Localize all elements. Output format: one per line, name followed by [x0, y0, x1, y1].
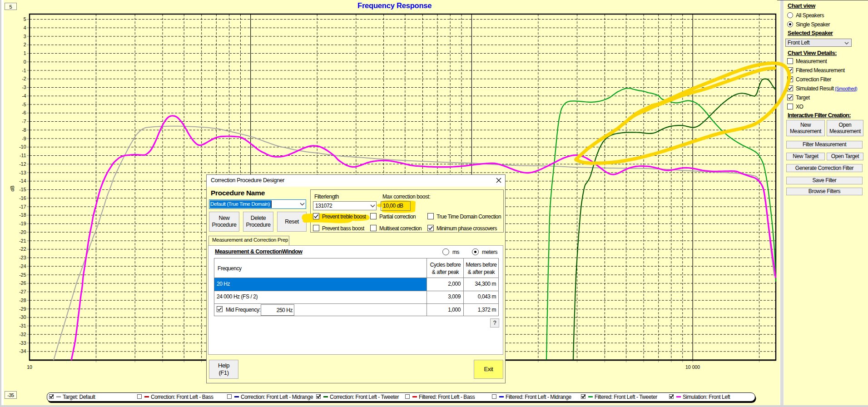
svg-text:-32: -32 — [19, 332, 26, 337]
svg-text:10 000: 10 000 — [685, 364, 700, 370]
svg-text:1: 1 — [24, 50, 26, 56]
svg-text:-14: -14 — [19, 178, 26, 184]
svg-text:-34: -34 — [19, 348, 26, 354]
svg-text:-15: -15 — [19, 187, 26, 192]
svg-text:10: 10 — [27, 364, 32, 370]
svg-text:-27: -27 — [19, 289, 26, 294]
svg-text:-19: -19 — [19, 221, 26, 226]
svg-text:dB: dB — [10, 186, 15, 192]
svg-text:4: 4 — [24, 25, 26, 30]
svg-text:-1: -1 — [22, 68, 26, 73]
svg-text:-6: -6 — [22, 110, 26, 115]
svg-text:5: 5 — [24, 16, 26, 22]
svg-text:-17: -17 — [19, 204, 26, 209]
svg-text:-13: -13 — [19, 170, 26, 175]
svg-text:-7: -7 — [22, 119, 26, 124]
svg-text:-23: -23 — [19, 255, 26, 260]
svg-text:-11: -11 — [20, 153, 26, 158]
svg-text:-25: -25 — [19, 272, 26, 278]
svg-text:-30: -30 — [19, 314, 26, 320]
svg-text:-9: -9 — [22, 136, 26, 141]
svg-text:-26: -26 — [19, 280, 26, 286]
svg-text:-29: -29 — [19, 306, 26, 312]
svg-text:-2: -2 — [22, 76, 26, 81]
svg-text:-24: -24 — [19, 263, 26, 269]
svg-text:-16: -16 — [19, 195, 26, 201]
svg-text:-21: -21 — [19, 238, 26, 243]
svg-text:3: 3 — [24, 34, 26, 39]
svg-text:2: 2 — [24, 42, 26, 47]
svg-text:-31: -31 — [19, 323, 26, 328]
svg-text:-20: -20 — [19, 229, 26, 235]
svg-text:-8: -8 — [22, 127, 26, 133]
svg-text:-22: -22 — [19, 246, 26, 252]
svg-text:-18: -18 — [19, 212, 26, 218]
svg-text:-4: -4 — [22, 93, 26, 99]
svg-text:-12: -12 — [19, 161, 26, 167]
svg-text:-5: -5 — [22, 102, 26, 107]
svg-text:0: 0 — [24, 59, 26, 65]
svg-text:-28: -28 — [19, 298, 26, 303]
svg-text:-33: -33 — [19, 340, 26, 346]
svg-text:-10: -10 — [19, 144, 26, 149]
svg-text:-3: -3 — [22, 84, 26, 90]
